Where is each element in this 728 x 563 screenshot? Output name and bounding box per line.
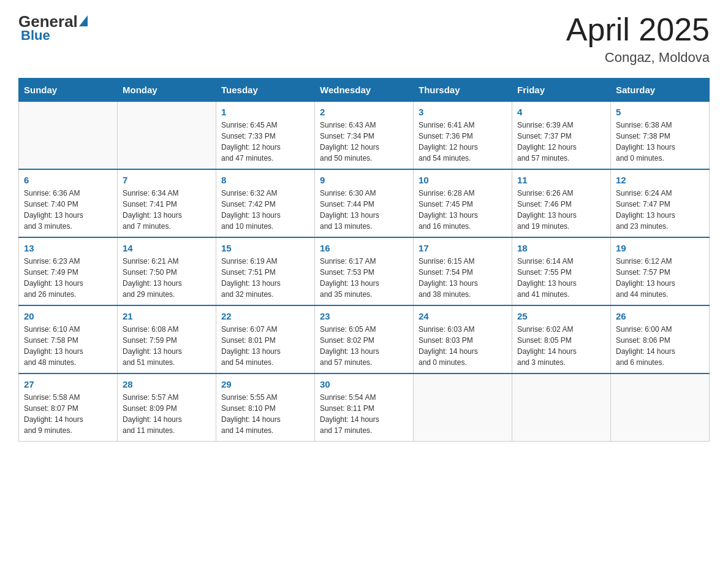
day-number: 13	[24, 243, 112, 253]
calendar-week-row: 20Sunrise: 6:10 AM Sunset: 7:58 PM Dayli…	[19, 305, 710, 373]
calendar-day-cell: 8Sunrise: 6:32 AM Sunset: 7:42 PM Daylig…	[216, 169, 315, 237]
logo-blue-text: Blue	[21, 28, 50, 44]
day-info: Sunrise: 6:14 AM Sunset: 7:55 PM Dayligh…	[517, 256, 605, 300]
day-number: 30	[320, 379, 408, 389]
day-info: Sunrise: 6:03 AM Sunset: 8:03 PM Dayligh…	[419, 324, 507, 368]
calendar-day-cell: 23Sunrise: 6:05 AM Sunset: 8:02 PM Dayli…	[315, 305, 414, 373]
calendar-day-cell	[611, 373, 710, 442]
weekday-header-friday: Friday	[512, 79, 611, 102]
day-number: 14	[123, 243, 211, 253]
calendar-day-cell: 24Sunrise: 6:03 AM Sunset: 8:03 PM Dayli…	[414, 305, 512, 373]
day-number: 8	[221, 175, 309, 185]
calendar-day-cell: 5Sunrise: 6:38 AM Sunset: 7:38 PM Daylig…	[611, 102, 710, 170]
day-number: 5	[616, 107, 704, 117]
calendar-day-cell: 11Sunrise: 6:26 AM Sunset: 7:46 PM Dayli…	[512, 169, 611, 237]
day-info: Sunrise: 6:07 AM Sunset: 8:01 PM Dayligh…	[221, 324, 309, 368]
weekday-header-monday: Monday	[118, 79, 216, 102]
weekday-header-sunday: Sunday	[19, 79, 118, 102]
day-number: 22	[221, 311, 309, 321]
day-number: 27	[24, 379, 112, 389]
day-info: Sunrise: 6:38 AM Sunset: 7:38 PM Dayligh…	[616, 120, 704, 164]
day-info: Sunrise: 6:05 AM Sunset: 8:02 PM Dayligh…	[320, 324, 408, 368]
month-title: April 2025	[566, 12, 710, 47]
weekday-header-thursday: Thursday	[414, 79, 512, 102]
weekday-header-tuesday: Tuesday	[216, 79, 315, 102]
day-number: 12	[616, 175, 704, 185]
calendar-week-row: 6Sunrise: 6:36 AM Sunset: 7:40 PM Daylig…	[19, 169, 710, 237]
calendar-day-cell: 20Sunrise: 6:10 AM Sunset: 7:58 PM Dayli…	[19, 305, 118, 373]
calendar-day-cell: 1Sunrise: 6:45 AM Sunset: 7:33 PM Daylig…	[216, 102, 315, 170]
calendar-day-cell	[118, 102, 216, 170]
day-info: Sunrise: 6:23 AM Sunset: 7:49 PM Dayligh…	[24, 256, 112, 300]
calendar-day-cell	[414, 373, 512, 442]
calendar-day-cell: 22Sunrise: 6:07 AM Sunset: 8:01 PM Dayli…	[216, 305, 315, 373]
calendar-day-cell: 7Sunrise: 6:34 AM Sunset: 7:41 PM Daylig…	[118, 169, 216, 237]
day-info: Sunrise: 6:32 AM Sunset: 7:42 PM Dayligh…	[221, 188, 309, 232]
calendar-day-cell: 19Sunrise: 6:12 AM Sunset: 7:57 PM Dayli…	[611, 237, 710, 305]
day-number: 9	[320, 175, 408, 185]
logo: General Blue	[18, 12, 88, 44]
calendar-day-cell: 27Sunrise: 5:58 AM Sunset: 8:07 PM Dayli…	[19, 373, 118, 442]
day-info: Sunrise: 6:30 AM Sunset: 7:44 PM Dayligh…	[320, 188, 408, 232]
day-number: 28	[123, 379, 211, 389]
day-info: Sunrise: 6:26 AM Sunset: 7:46 PM Dayligh…	[517, 188, 605, 232]
calendar-day-cell: 17Sunrise: 6:15 AM Sunset: 7:54 PM Dayli…	[414, 237, 512, 305]
day-number: 10	[419, 175, 507, 185]
day-info: Sunrise: 5:54 AM Sunset: 8:11 PM Dayligh…	[320, 392, 408, 436]
day-number: 3	[419, 107, 507, 117]
calendar-day-cell: 21Sunrise: 6:08 AM Sunset: 7:59 PM Dayli…	[118, 305, 216, 373]
day-number: 7	[123, 175, 211, 185]
weekday-header-wednesday: Wednesday	[315, 79, 414, 102]
calendar-day-cell: 18Sunrise: 6:14 AM Sunset: 7:55 PM Dayli…	[512, 237, 611, 305]
calendar-day-cell: 2Sunrise: 6:43 AM Sunset: 7:34 PM Daylig…	[315, 102, 414, 170]
day-number: 18	[517, 243, 605, 253]
day-number: 2	[320, 107, 408, 117]
calendar-day-cell	[512, 373, 611, 442]
day-number: 26	[616, 311, 704, 321]
day-number: 16	[320, 243, 408, 253]
calendar-day-cell: 9Sunrise: 6:30 AM Sunset: 7:44 PM Daylig…	[315, 169, 414, 237]
day-info: Sunrise: 6:21 AM Sunset: 7:50 PM Dayligh…	[123, 256, 211, 300]
day-number: 20	[24, 311, 112, 321]
weekday-header-row: SundayMondayTuesdayWednesdayThursdayFrid…	[19, 79, 710, 102]
day-number: 4	[517, 107, 605, 117]
day-info: Sunrise: 6:10 AM Sunset: 7:58 PM Dayligh…	[24, 324, 112, 368]
day-number: 23	[320, 311, 408, 321]
day-info: Sunrise: 6:43 AM Sunset: 7:34 PM Dayligh…	[320, 120, 408, 164]
calendar-day-cell: 16Sunrise: 6:17 AM Sunset: 7:53 PM Dayli…	[315, 237, 414, 305]
day-info: Sunrise: 6:17 AM Sunset: 7:53 PM Dayligh…	[320, 256, 408, 300]
day-number: 25	[517, 311, 605, 321]
calendar-day-cell: 28Sunrise: 5:57 AM Sunset: 8:09 PM Dayli…	[118, 373, 216, 442]
day-number: 11	[517, 175, 605, 185]
day-number: 19	[616, 243, 704, 253]
calendar-table: SundayMondayTuesdayWednesdayThursdayFrid…	[18, 78, 710, 442]
day-number: 6	[24, 175, 112, 185]
calendar-day-cell: 15Sunrise: 6:19 AM Sunset: 7:51 PM Dayli…	[216, 237, 315, 305]
calendar-week-row: 1Sunrise: 6:45 AM Sunset: 7:33 PM Daylig…	[19, 102, 710, 170]
day-info: Sunrise: 5:57 AM Sunset: 8:09 PM Dayligh…	[123, 392, 211, 436]
page-header: General Blue April 2025 Congaz, Moldova	[18, 12, 710, 66]
calendar-day-cell: 12Sunrise: 6:24 AM Sunset: 7:47 PM Dayli…	[611, 169, 710, 237]
calendar-day-cell: 26Sunrise: 6:00 AM Sunset: 8:06 PM Dayli…	[611, 305, 710, 373]
day-number: 15	[221, 243, 309, 253]
day-info: Sunrise: 6:24 AM Sunset: 7:47 PM Dayligh…	[616, 188, 704, 232]
day-info: Sunrise: 6:28 AM Sunset: 7:45 PM Dayligh…	[419, 188, 507, 232]
day-info: Sunrise: 6:02 AM Sunset: 8:05 PM Dayligh…	[517, 324, 605, 368]
day-info: Sunrise: 6:41 AM Sunset: 7:36 PM Dayligh…	[419, 120, 507, 164]
calendar-day-cell: 13Sunrise: 6:23 AM Sunset: 7:49 PM Dayli…	[19, 237, 118, 305]
calendar-day-cell: 3Sunrise: 6:41 AM Sunset: 7:36 PM Daylig…	[414, 102, 512, 170]
day-info: Sunrise: 6:19 AM Sunset: 7:51 PM Dayligh…	[221, 256, 309, 300]
calendar-day-cell: 4Sunrise: 6:39 AM Sunset: 7:37 PM Daylig…	[512, 102, 611, 170]
day-number: 1	[221, 107, 309, 117]
day-number: 29	[221, 379, 309, 389]
calendar-day-cell: 14Sunrise: 6:21 AM Sunset: 7:50 PM Dayli…	[118, 237, 216, 305]
day-info: Sunrise: 6:15 AM Sunset: 7:54 PM Dayligh…	[419, 256, 507, 300]
day-info: Sunrise: 5:58 AM Sunset: 8:07 PM Dayligh…	[24, 392, 112, 436]
day-info: Sunrise: 6:39 AM Sunset: 7:37 PM Dayligh…	[517, 120, 605, 164]
calendar-day-cell: 10Sunrise: 6:28 AM Sunset: 7:45 PM Dayli…	[414, 169, 512, 237]
day-info: Sunrise: 6:45 AM Sunset: 7:33 PM Dayligh…	[221, 120, 309, 164]
day-info: Sunrise: 5:55 AM Sunset: 8:10 PM Dayligh…	[221, 392, 309, 436]
calendar-week-row: 27Sunrise: 5:58 AM Sunset: 8:07 PM Dayli…	[19, 373, 710, 442]
calendar-day-cell: 6Sunrise: 6:36 AM Sunset: 7:40 PM Daylig…	[19, 169, 118, 237]
day-info: Sunrise: 6:34 AM Sunset: 7:41 PM Dayligh…	[123, 188, 211, 232]
